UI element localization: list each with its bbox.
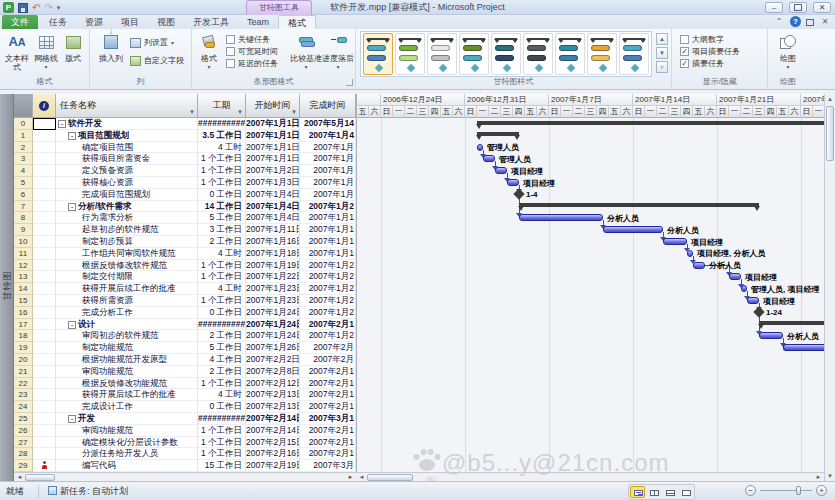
task-name-cell[interactable]: 确定项目范围 [56,142,198,154]
row-id[interactable]: 20 [14,354,33,366]
task-start-cell[interactable]: 2007年2月14日 [246,425,300,437]
zoom-in-icon[interactable]: + [816,485,827,496]
table-row[interactable]: 17-设计##########2007年1月24日2007年2月1 [14,319,356,331]
gantt-style-option[interactable] [427,33,457,75]
task-duration-cell[interactable]: 1 个工作日 [198,177,246,189]
table-row[interactable]: 5获得核心资源1 个工作日2007年1月3日2007年1月 [14,177,356,189]
table-row[interactable]: 1-项目范围规划3.5 工作日2007年1月1日2007年1月4 [14,130,356,142]
collapse-icon[interactable]: - [68,203,76,211]
scroll-left-icon[interactable]: ◄ [357,474,366,481]
gantt-style-option[interactable] [395,33,425,75]
row-id[interactable]: 18 [14,330,33,342]
row-id[interactable]: 3 [14,153,33,165]
chart-vscrollbar[interactable]: ▲ ▼ [824,94,835,481]
row-id[interactable]: 15 [14,295,33,307]
task-name-cell[interactable]: 制定初步预算 [56,236,198,248]
slippage-button[interactable]: 进度落后▾ [322,31,354,72]
task-name-cell[interactable]: 获得核心资源 [56,177,198,189]
tab-任务[interactable]: 任务 [40,15,76,29]
zoom-slider[interactable] [760,490,812,491]
gantt-style-option[interactable] [523,33,553,75]
task-start-cell[interactable]: 2007年1月4日 [246,212,300,224]
insert-column-button[interactable]: 插入列 [96,31,126,63]
zoom-out-icon[interactable]: − [745,485,756,496]
info-cell[interactable] [33,271,56,283]
task-finish-cell[interactable]: 2007年1月4 [300,130,356,142]
row-id[interactable]: 21 [14,366,33,378]
task-finish-cell[interactable]: 2007年1月1 [300,236,356,248]
task-finish-cell[interactable]: 2007年1月 [300,177,356,189]
task-finish-cell[interactable]: 2007年1月2 [300,260,356,272]
task-name-cell[interactable]: 获得开展后续工作的批准 [56,389,198,401]
task-duration-cell[interactable]: 5 工作日 [198,342,246,354]
row-id[interactable]: 16 [14,307,33,319]
info-cell[interactable] [33,448,56,460]
table-row[interactable]: 3获得项目所需资金1 个工作日2007年1月1日2007年1月 [14,153,356,165]
table-row[interactable]: 9起草初步的软件规范3 工作日2007年1月11日2007年1月1 [14,224,356,236]
task-name-cell[interactable]: 起草初步的软件规范 [56,224,198,236]
task-name-cell[interactable]: 完成设计工作 [56,401,198,413]
task-duration-cell[interactable]: 0 工作日 [198,307,246,319]
task-duration-cell[interactable]: 3.5 工作日 [198,130,246,142]
task-name-cell[interactable]: 行为需求分析 [56,212,198,224]
task-finish-cell[interactable]: 2007年2月1 [300,366,356,378]
task-start-cell[interactable]: 2007年2月16日 [246,448,300,460]
task-bar[interactable] [783,344,824,351]
row-id[interactable]: 10 [14,236,33,248]
task-start-cell[interactable]: 2007年1月24日 [246,307,300,319]
task-name-cell[interactable]: 确定模块化/分层设计参数 [56,437,198,449]
task-duration-cell[interactable]: ########## [198,413,246,425]
task-name-cell[interactable]: 分派任务给开发人员 [56,448,198,460]
task-duration-cell[interactable]: 4 工时 [198,283,246,295]
restore-button[interactable] [789,2,807,13]
baseline-button[interactable]: 比较基准▾ [290,31,322,72]
info-cell[interactable] [33,165,56,177]
vscroll-thumb[interactable] [826,106,834,161]
table-row[interactable]: 13制定交付期限1 个工作日2007年1月22日2007年1月2 [14,271,356,283]
task-bar[interactable] [663,238,687,245]
info-cell[interactable] [33,378,56,390]
task-name-cell[interactable]: 审阅初步的软件规范 [56,330,198,342]
task-bar[interactable] [519,214,603,221]
task-name-cell[interactable]: 定义预备资源 [56,165,198,177]
info-cell[interactable] [33,330,56,342]
table-row[interactable]: 11工作组共同审阅软件规范4 工时2007年1月18日2007年1月1 [14,248,356,260]
info-cell[interactable] [33,342,56,354]
task-duration-cell[interactable]: 14 工作日 [198,201,246,213]
checkbox-摘要任务[interactable]: ✓摘要任务 [680,57,740,69]
task-name-cell[interactable]: -开发 [56,413,198,425]
bar-format-button[interactable]: 格式▾ [196,31,222,72]
collapse-icon[interactable]: - [68,415,76,423]
table-row[interactable]: 19制定功能规范5 工作日2007年1月26日2007年2月 [14,342,356,354]
task-start-cell[interactable]: 2007年1月23日 [246,295,300,307]
info-cell[interactable] [33,460,56,472]
collapse-icon[interactable]: - [68,321,76,329]
tab-Team[interactable]: Team [238,15,278,29]
checkbox-可宽延时间[interactable]: 可宽延时间 [226,45,278,57]
row-id[interactable]: 14 [14,283,33,295]
task-start-cell[interactable]: 2007年1月3日 [246,177,300,189]
task-bar[interactable] [477,144,483,151]
task-start-cell[interactable]: 2007年2月2日 [246,354,300,366]
task-finish-cell[interactable]: 2007年2月 [300,342,356,354]
task-duration-cell[interactable]: 1 个工作日 [198,448,246,460]
task-duration-cell[interactable]: 1 个工作日 [198,378,246,390]
task-start-cell[interactable]: 2007年1月4日 [246,201,300,213]
task-finish-cell[interactable]: 2007年2月1 [300,425,356,437]
table-row[interactable]: 16完成分析工作0 工作日2007年1月24日2007年1月2 [14,307,356,319]
task-bar[interactable] [507,179,519,186]
task-finish-cell[interactable]: 2007年1月2 [300,271,356,283]
task-name-cell[interactable]: 获得项目所需资金 [56,153,198,165]
task-finish-cell[interactable]: 2007年2月1 [300,378,356,390]
task-start-cell[interactable]: 2007年2月15日 [246,437,300,449]
task-finish-cell[interactable]: 2007年1月2 [300,307,356,319]
row-id[interactable]: 28 [14,448,33,460]
task-name-cell[interactable]: 根据反馈修改软件规范 [56,260,198,272]
task-finish-cell[interactable]: 2007年1月1 [300,212,356,224]
filter-arrow-icon[interactable]: ▼ [237,109,243,115]
row-id[interactable]: 0 [14,118,33,130]
info-cell[interactable] [33,283,56,295]
task-duration-cell[interactable]: ########## [198,118,246,130]
task-duration-cell[interactable]: 1 个工作日 [198,165,246,177]
row-id[interactable]: 11 [14,248,33,260]
